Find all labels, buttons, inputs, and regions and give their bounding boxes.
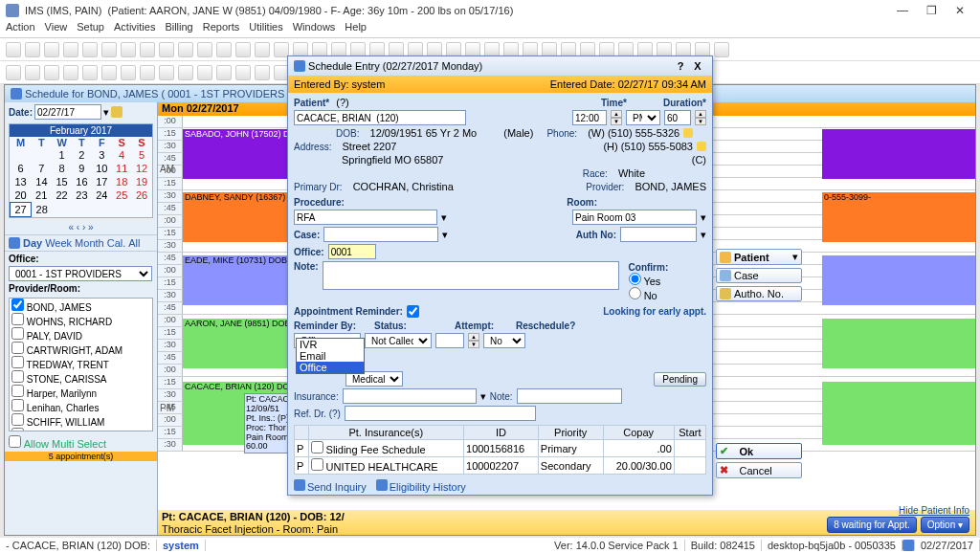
toolbar-icon[interactable] bbox=[82, 42, 98, 57]
phone-icon[interactable] bbox=[683, 128, 693, 138]
view-week[interactable]: Week bbox=[45, 237, 72, 249]
toolbar-icon[interactable] bbox=[121, 65, 136, 80]
toolbar-icon[interactable] bbox=[101, 65, 117, 80]
provider-checkbox[interactable] bbox=[11, 356, 24, 368]
provider-checkbox[interactable] bbox=[11, 299, 24, 311]
toolbar-icon[interactable] bbox=[197, 42, 212, 57]
toolbar-icon[interactable] bbox=[178, 65, 193, 80]
toolbar-icon[interactable] bbox=[255, 65, 270, 80]
status-select[interactable]: Not Called bbox=[365, 333, 432, 348]
case-button[interactable]: Case bbox=[716, 268, 802, 283]
time-ampm-select[interactable]: PM bbox=[626, 110, 660, 125]
provider-list-item[interactable]: CARTWRIGHT, ADAM bbox=[10, 342, 152, 356]
case-dropdown-icon[interactable]: ▾ bbox=[442, 229, 448, 241]
close-button[interactable]: ✕ bbox=[946, 4, 974, 17]
hide-patient-info-link[interactable]: Hide Patient Info bbox=[899, 505, 969, 516]
toolbar-icon[interactable] bbox=[159, 65, 174, 80]
office-select[interactable]: 0001 - 1ST PROVIDERS bbox=[9, 266, 152, 281]
ins-note-input[interactable] bbox=[517, 388, 622, 404]
duration-spinner[interactable]: ▲▼ bbox=[695, 110, 706, 125]
minimize-button[interactable]: — bbox=[888, 4, 917, 17]
provider-checkbox[interactable] bbox=[11, 327, 24, 340]
provider-list-item[interactable]: Shafer Mauritzsson, Ja bbox=[10, 428, 152, 431]
menu-windows[interactable]: Windows bbox=[293, 21, 336, 37]
procedure-dropdown-icon[interactable]: ▾ bbox=[441, 211, 447, 224]
room-input[interactable] bbox=[572, 210, 697, 225]
confirm-yes-radio[interactable] bbox=[629, 273, 641, 285]
reminder-option-email[interactable]: Email bbox=[297, 350, 364, 362]
provider-list-item[interactable]: WOHNS, RICHARD bbox=[10, 313, 152, 327]
toolbar-icon[interactable] bbox=[235, 65, 251, 80]
toolbar-icon[interactable] bbox=[25, 65, 40, 80]
appointment-block[interactable]: SABADO, JOHN (17502) DO bbox=[183, 129, 303, 179]
cancel-button[interactable]: ✖ Cancel bbox=[716, 462, 802, 478]
insurance-dropdown-icon[interactable]: ▾ bbox=[480, 390, 486, 403]
authno-input[interactable] bbox=[620, 227, 697, 242]
toolbar-icon[interactable] bbox=[159, 42, 174, 57]
provider-list-item[interactable]: BOND, JAMES bbox=[10, 299, 152, 313]
reminder-by-dropdown-list[interactable]: IVR Email Office bbox=[296, 338, 365, 374]
calendar-nav-arrows[interactable]: « ‹ › » bbox=[5, 220, 157, 234]
toolbar-icon[interactable] bbox=[82, 65, 98, 80]
pending-button[interactable]: Pending bbox=[654, 372, 706, 387]
waiting-for-appt-button[interactable]: 8 waiting for Appt. bbox=[827, 517, 917, 533]
duration-input[interactable] bbox=[664, 110, 691, 125]
toolbar-icon[interactable] bbox=[216, 65, 232, 80]
allow-multi-select-checkbox[interactable] bbox=[9, 435, 21, 448]
appointment-block[interactable]: AARON, JANE (9851) DOB: 0 bbox=[183, 319, 303, 368]
toolbar-icon[interactable] bbox=[25, 42, 40, 57]
authno-button[interactable]: Autho. No. bbox=[716, 286, 802, 301]
time-input[interactable] bbox=[572, 110, 607, 125]
provider-list-item[interactable]: PALY, DAVID bbox=[10, 327, 152, 342]
appt-reminder-checkbox[interactable] bbox=[407, 305, 419, 318]
reschedule-select[interactable]: No bbox=[483, 333, 525, 348]
option-button[interactable]: Option ▾ bbox=[921, 517, 969, 533]
provider-checkbox[interactable] bbox=[11, 370, 24, 383]
dialog-help-button[interactable]: ? bbox=[672, 60, 689, 72]
provider-list-item[interactable]: TREDWAY, TRENT bbox=[10, 356, 152, 370]
toolbar-icon[interactable] bbox=[197, 65, 212, 80]
toolbar-icon[interactable] bbox=[6, 65, 21, 80]
menu-utilities[interactable]: Utilities bbox=[249, 21, 282, 37]
toolbar-icon[interactable] bbox=[714, 42, 729, 57]
phone-icon[interactable] bbox=[697, 142, 706, 151]
toolbar-icon[interactable] bbox=[63, 42, 78, 57]
eligibility-history-link[interactable]: Eligibility History bbox=[376, 479, 466, 493]
case-input[interactable] bbox=[323, 227, 438, 242]
date-input[interactable] bbox=[34, 104, 101, 120]
toolbar-icon[interactable] bbox=[121, 42, 136, 57]
date-go-icon[interactable] bbox=[111, 106, 122, 118]
toolbar-icon[interactable] bbox=[140, 65, 155, 80]
patient-button[interactable]: Patient ▾ bbox=[716, 249, 802, 265]
view-cal[interactable]: Cal. bbox=[107, 237, 126, 249]
provider-list-item[interactable]: Harper, Marilynn bbox=[10, 385, 152, 399]
provider-list-item[interactable]: Lenihan, Charles bbox=[10, 399, 152, 413]
ins-row-checkbox[interactable] bbox=[311, 458, 323, 471]
maximize-button[interactable]: ❐ bbox=[917, 4, 946, 17]
ins-row-checkbox[interactable] bbox=[311, 441, 323, 453]
toolbar-icon[interactable] bbox=[178, 42, 193, 57]
provider-checkbox[interactable] bbox=[11, 342, 24, 354]
procedure-input[interactable] bbox=[294, 210, 437, 225]
provider-checkbox[interactable] bbox=[11, 385, 24, 397]
patient-input[interactable] bbox=[294, 110, 466, 125]
date-dropdown-icon[interactable]: ▾ bbox=[103, 106, 109, 119]
menu-help[interactable]: Help bbox=[345, 21, 367, 37]
toolbar-icon[interactable] bbox=[140, 42, 155, 57]
menu-activities[interactable]: Activities bbox=[114, 21, 155, 37]
menu-setup[interactable]: Setup bbox=[77, 21, 104, 37]
provider-list-item[interactable]: SCHIFF, WILLIAM bbox=[10, 413, 152, 428]
menu-billing[interactable]: Billing bbox=[165, 21, 192, 37]
send-inquiry-link[interactable]: Send Inquiry bbox=[294, 479, 367, 493]
reminder-option-ivr[interactable]: IVR bbox=[297, 339, 364, 350]
toolbar-icon[interactable] bbox=[235, 42, 251, 57]
attempt-input[interactable] bbox=[435, 333, 464, 348]
room-dropdown-icon[interactable]: ▾ bbox=[701, 211, 706, 224]
dialog-close-button[interactable]: X bbox=[689, 60, 706, 72]
view-day[interactable]: Day bbox=[23, 237, 42, 249]
attempt-spinner[interactable]: ▲▼ bbox=[468, 333, 479, 348]
toolbar-icon[interactable] bbox=[44, 42, 59, 57]
office-input[interactable] bbox=[328, 244, 376, 259]
appointment-block[interactable] bbox=[822, 382, 975, 445]
provider-checkbox[interactable] bbox=[11, 413, 24, 426]
